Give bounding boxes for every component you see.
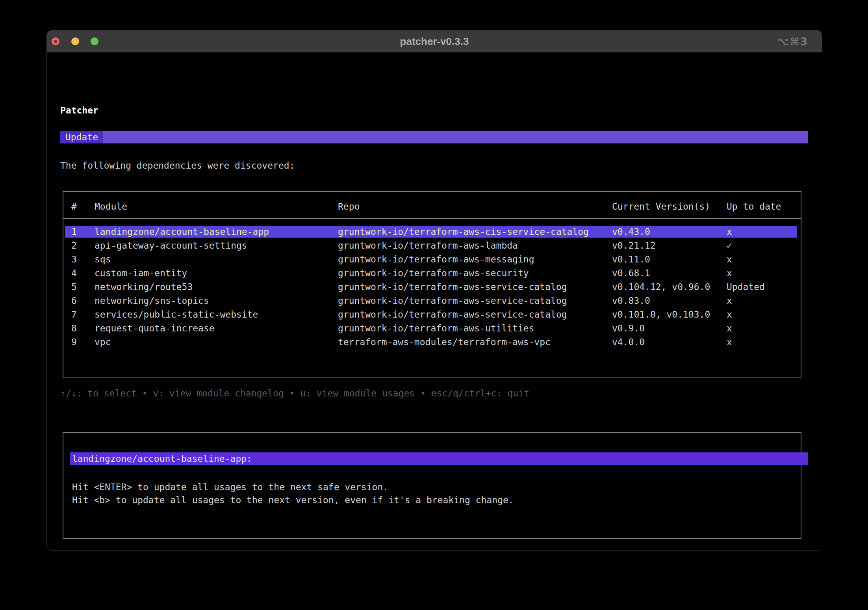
cell-module: api-gateway-account-settings — [95, 239, 247, 253]
cell-repo: gruntwork-io/terraform-aws-service-catal… — [338, 280, 567, 294]
table-row[interactable]: 5networking/route53gruntwork-io/terrafor… — [63, 280, 801, 294]
cell-module: services/public-static-website — [95, 308, 258, 322]
cell-status: ✓ — [727, 239, 732, 253]
cell-repo: gruntwork-io/terraform-aws-cis-service-c… — [338, 225, 589, 239]
table-body: 1landingzone/account-baseline-appgruntwo… — [63, 225, 801, 378]
table-row[interactable]: 3sqsgruntwork-io/terraform-aws-messaging… — [63, 253, 801, 266]
cell-status: x — [727, 294, 732, 308]
dependencies-table: # Module Repo Current Version(s) Up to d… — [63, 191, 801, 378]
cell-repo: gruntwork-io/terraform-aws-service-catal… — [338, 294, 567, 308]
cell-num: 1 — [71, 225, 77, 239]
table-row[interactable]: 9vpcterraform-aws-modules/terraform-aws-… — [63, 335, 801, 349]
detail-instruction-enter: Hit <ENTER> to update all usages to the … — [72, 481, 514, 494]
cell-num: 2 — [71, 239, 77, 253]
cell-repo: gruntwork-io/terraform-aws-service-catal… — [338, 308, 567, 322]
cell-status: x — [727, 308, 732, 322]
cell-num: 7 — [71, 308, 77, 322]
detail-instruction-breaking: Hit <b> to update all usages to the next… — [72, 494, 514, 507]
table-row[interactable]: 8request-quota-increasegruntwork-io/terr… — [63, 322, 801, 335]
cell-module: request-quota-increase — [95, 322, 215, 335]
table-row[interactable]: 4custom-iam-entitygruntwork-io/terraform… — [63, 266, 801, 280]
cell-version: v4.0.0 — [612, 335, 645, 349]
cell-module: landingzone/account-baseline-app — [95, 225, 269, 239]
cell-num: 5 — [71, 280, 77, 294]
header-divider — [63, 218, 801, 219]
cell-module: networking/route53 — [95, 280, 193, 294]
column-header-up-to-date: Up to date — [727, 199, 781, 213]
cell-num: 3 — [71, 253, 77, 266]
column-header-module: Module — [95, 199, 127, 213]
cell-num: 8 — [71, 322, 77, 335]
column-header-repo: Repo — [338, 199, 360, 213]
cell-module: vpc — [95, 335, 111, 349]
terminal-content: Patcher Update The following dependencie… — [47, 52, 822, 550]
cell-version: v0.101.0, v0.103.0 — [612, 308, 710, 322]
cell-repo: terraform-aws-modules/terraform-aws-vpc — [338, 335, 551, 349]
cell-repo: gruntwork-io/terraform-aws-utilities — [338, 322, 534, 335]
cell-status: x — [727, 266, 732, 280]
app-heading: Patcher — [60, 104, 98, 117]
cell-module: networking/sns-topics — [95, 294, 209, 308]
intro-text: The following dependencies were discover… — [60, 159, 295, 172]
column-header-current-version: Current Version(s) — [612, 199, 710, 213]
cell-version: v0.11.0 — [612, 253, 650, 266]
cell-version: v0.43.0 — [612, 225, 650, 239]
cell-version: v0.21.12 — [612, 239, 656, 253]
column-header-number: # — [71, 199, 77, 213]
cell-version: v0.68.1 — [612, 266, 650, 280]
detail-panel: landingzone/account-baseline-app: Hit <E… — [63, 432, 801, 539]
cell-status: x — [727, 253, 732, 266]
window-title: patcher-v0.3.3 — [47, 30, 822, 52]
cell-status: Updated — [727, 280, 765, 294]
cell-repo: gruntwork-io/terraform-aws-messaging — [338, 253, 534, 266]
cell-status: x — [727, 225, 732, 239]
table-row[interactable]: 6networking/sns-topicsgruntwork-io/terra… — [63, 294, 801, 308]
cell-module: sqs — [95, 253, 111, 266]
cell-num: 6 — [71, 294, 77, 308]
cell-status: x — [727, 335, 732, 349]
table-row[interactable]: 2api-gateway-account-settingsgruntwork-i… — [63, 239, 801, 253]
selected-module-bar: landingzone/account-baseline-app: — [70, 452, 808, 465]
tab-update[interactable]: Update — [60, 131, 103, 143]
table-header: # Module Repo Current Version(s) Up to d… — [63, 199, 801, 214]
terminal-window: patcher-v0.3.3 ⌥⌘3 Patcher Update The fo… — [46, 30, 822, 551]
table-row[interactable]: 7services/public-static-websitegruntwork… — [63, 308, 801, 322]
cell-num: 9 — [71, 335, 77, 349]
window-titlebar[interactable]: patcher-v0.3.3 ⌥⌘3 — [47, 30, 822, 52]
cell-status: x — [727, 322, 732, 335]
detail-instructions: Hit <ENTER> to update all usages to the … — [72, 481, 514, 507]
table-row[interactable]: 1landingzone/account-baseline-appgruntwo… — [63, 225, 801, 239]
window-shortcut-badge: ⌥⌘3 — [777, 30, 808, 52]
cell-version: v0.83.0 — [612, 294, 650, 308]
cell-module: custom-iam-entity — [95, 266, 187, 280]
tab-bar: Update — [60, 131, 808, 143]
cell-version: v0.9.0 — [612, 322, 645, 335]
cell-repo: gruntwork-io/terraform-aws-lambda — [338, 239, 518, 253]
cell-num: 4 — [71, 266, 77, 280]
help-bar: ↑/↓: to select • v: view module changelo… — [60, 387, 529, 400]
cell-version: v0.104.12, v0.96.0 — [612, 280, 710, 294]
cell-repo: gruntwork-io/terraform-aws-security — [338, 266, 529, 280]
